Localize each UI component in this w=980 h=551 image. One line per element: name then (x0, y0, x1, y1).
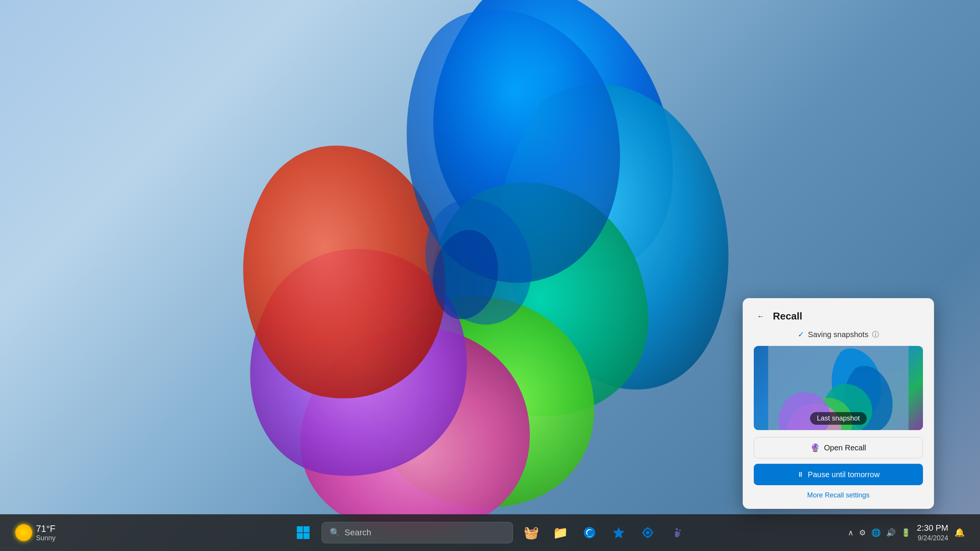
clock-time: 2:30 PM (917, 523, 948, 534)
system-tray: ∧ ⚙ 🌐 🔊 🔋 (848, 528, 911, 537)
volume-icon[interactable]: 🔊 (886, 528, 896, 537)
windows-start-button[interactable] (292, 522, 314, 543)
taskbar-left: 71°F Sunny (15, 523, 56, 542)
taskbar-app-store[interactable] (608, 522, 629, 543)
search-bar[interactable]: 🔍 Search (322, 522, 513, 543)
chevron-up-icon[interactable]: ∧ (848, 528, 854, 537)
weather-info: 71°F Sunny (36, 523, 56, 542)
wallpaper-flower (98, 0, 833, 551)
desktop: 71°F Sunny 🔍 Search � (0, 0, 980, 551)
weather-sun-icon (15, 524, 32, 541)
taskbar: 71°F Sunny 🔍 Search � (0, 514, 980, 551)
svg-rect-3 (304, 526, 310, 532)
notification-bell-icon[interactable]: 🔔 (954, 528, 965, 538)
taskbar-app-recall[interactable] (637, 522, 658, 543)
weather-temperature: 71°F (36, 523, 56, 534)
taskbar-app-file-explorer[interactable]: 📁 (550, 522, 571, 543)
svg-point-8 (646, 531, 650, 535)
open-recall-label: Open Recall (824, 443, 866, 452)
svg-rect-5 (304, 533, 310, 539)
system-clock[interactable]: 2:30 PM 9/24/2024 (917, 523, 948, 543)
taskbar-app-picnic[interactable]: 🧺 (521, 522, 542, 543)
search-label: Search (345, 528, 371, 538)
more-recall-settings-link[interactable]: More Recall settings (754, 491, 923, 499)
taskbar-app-edge[interactable] (579, 522, 600, 543)
taskbar-app-teams[interactable] (666, 522, 688, 543)
search-icon: 🔍 (330, 528, 340, 538)
recall-back-button[interactable]: ← (754, 309, 768, 323)
recall-snapshot-container[interactable]: Last snapshot (754, 346, 923, 430)
recall-status-text: Saving snapshots (808, 330, 869, 339)
pause-button-label: Pause until tomorrow (808, 470, 880, 479)
wifi-icon[interactable]: 🌐 (871, 528, 881, 537)
battery-icon[interactable]: 🔋 (901, 528, 911, 537)
open-recall-button[interactable]: 🔮 Open Recall (754, 437, 923, 458)
svg-rect-4 (297, 533, 303, 539)
recall-open-icon: 🔮 (810, 443, 820, 452)
recall-title: Recall (773, 310, 802, 322)
recall-info-icon[interactable]: ⓘ (872, 330, 879, 339)
pause-icon: ⏸ (797, 471, 804, 479)
recall-popup: ← Recall ✓ Saving snapshots ⓘ (743, 298, 934, 509)
recall-header: ← Recall (754, 309, 923, 323)
clock-date: 9/24/2024 (917, 534, 948, 543)
recall-status-row: ✓ Saving snapshots ⓘ (754, 330, 923, 339)
recall-check-icon: ✓ (798, 330, 804, 339)
taskbar-right: ∧ ⚙ 🌐 🔊 🔋 2:30 PM 9/24/2024 🔔 (848, 523, 965, 543)
taskbar-center: 🔍 Search 🧺 📁 (292, 522, 688, 543)
pause-until-tomorrow-button[interactable]: ⏸ Pause until tomorrow (754, 464, 923, 485)
svg-rect-2 (297, 526, 303, 532)
settings-tray-icon[interactable]: ⚙ (859, 528, 866, 537)
weather-widget[interactable]: 71°F Sunny (15, 523, 56, 542)
weather-condition: Sunny (36, 534, 56, 542)
last-snapshot-label: Last snapshot (810, 412, 867, 425)
